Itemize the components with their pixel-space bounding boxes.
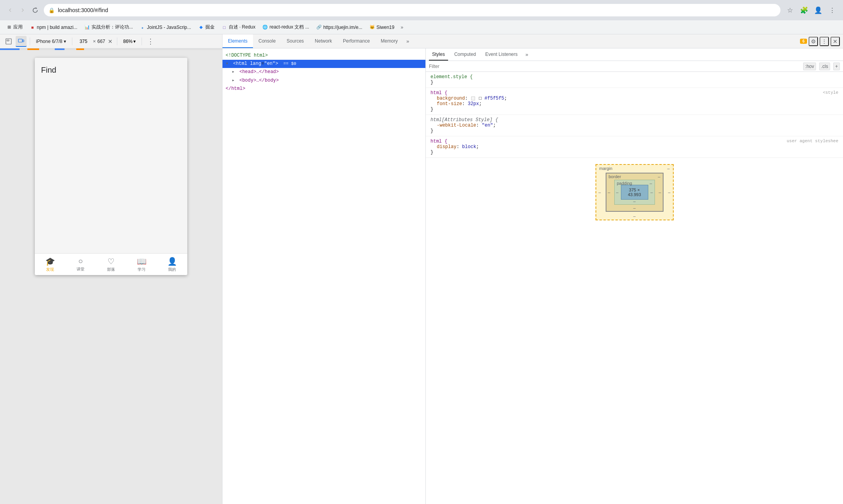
tab-console[interactable]: Console	[253, 34, 281, 48]
devtools-header: Elements Console Sources Network Perform…	[222, 34, 843, 48]
styles-more-tabs-button[interactable]: »	[524, 52, 530, 57]
bookmark-redux[interactable]: □ 自述 · Redux	[219, 22, 259, 32]
devtools-close-button[interactable]: ✕	[830, 37, 840, 46]
menu-button[interactable]: ⋮	[826, 4, 838, 16]
background-value: #f5f5f5	[484, 96, 504, 101]
html-lang-attr: lang	[250, 61, 261, 66]
html-close-tag: </html>	[226, 86, 245, 91]
dimensions-display: × 667 ✕	[75, 38, 114, 45]
nav-tab-me[interactable]: 👤 我的	[157, 254, 187, 275]
devtools-content: <!DOCTYPE html> <html lang="en"> == $0 <…	[222, 48, 843, 504]
html-close-line[interactable]: </html>	[222, 85, 425, 93]
learn-label: 学习	[138, 267, 145, 272]
padding-dash: –	[649, 181, 652, 186]
border-dash: –	[658, 174, 660, 179]
styles-header: Styles Computed Event Listeners »	[426, 48, 843, 61]
nav-tab-discover[interactable]: 🎓 发现	[35, 254, 65, 275]
address-bar[interactable]: 🔒 localhost:3000/#/find	[44, 4, 780, 16]
apps-favicon: ⊞	[6, 25, 12, 30]
doctype-text: <!DOCTYPE html>	[226, 53, 268, 58]
bookmark-juejin[interactable]: ◆ 掘金	[195, 22, 218, 32]
forward-button[interactable]	[17, 5, 28, 16]
styles-tab-computed[interactable]: Computed	[451, 48, 479, 61]
add-style-button[interactable]: +	[833, 63, 840, 70]
device-selector[interactable]: iPhone 6/7/8 ▾	[33, 37, 69, 46]
border-left-val: –	[608, 190, 610, 195]
more-bookmarks-button[interactable]: »	[398, 23, 406, 32]
styles-tab-event-listeners[interactable]: Event Listeners	[482, 48, 521, 61]
bookmark-analysis-label: 实战分析：评论功...	[91, 24, 133, 30]
margin-bottom-val: –	[633, 214, 635, 218]
bookmark-juejin2[interactable]: 🔗 https://juejin.im/e...	[313, 23, 366, 32]
profile-button[interactable]: 👤	[812, 4, 824, 16]
tab-network[interactable]: Network	[309, 34, 337, 48]
html-doctype-line[interactable]: <!DOCTYPE html>	[222, 52, 425, 60]
box-model-diagram: margin – – – – border – – –	[595, 164, 674, 220]
html-ua-source[interactable]: user agent styleshee	[787, 139, 838, 143]
border-bottom-val: –	[633, 206, 635, 210]
react-redux-favicon: 🌐	[262, 25, 268, 30]
dom-badge-text: == $0	[283, 61, 296, 66]
reload-button[interactable]	[30, 5, 41, 16]
padding-box: padding – – – – 375 × 43.993	[614, 180, 655, 205]
device-label: iPhone 6/7/8	[36, 39, 62, 44]
display-prop-name: display	[430, 144, 456, 150]
clear-dimensions-button[interactable]: ✕	[107, 38, 114, 45]
devtools-more-button[interactable]: ⋮	[820, 37, 829, 46]
svg-rect-2	[18, 39, 22, 42]
html-expand-arrow[interactable]	[226, 60, 230, 68]
responsive-more-button[interactable]: ⋮	[145, 36, 156, 47]
tab-memory[interactable]: Memory	[375, 34, 403, 48]
style-rule-html-attr: html[Attributes Style] { -webkit-Locale:…	[426, 115, 843, 136]
styles-filter-input[interactable]	[429, 64, 800, 69]
devtools-settings-button[interactable]: ⚙	[809, 37, 818, 46]
bookmark-analysis[interactable]: 📊 实战分析：评论功...	[81, 22, 136, 32]
bookmark-siwen-label: Siwen19	[377, 25, 395, 30]
url-text: localhost:3000/#/find	[58, 7, 108, 13]
hov-filter-button[interactable]: :hov	[803, 63, 816, 70]
me-icon: 👤	[167, 257, 177, 266]
svg-rect-3	[23, 40, 24, 42]
html-rule-source[interactable]: <style	[823, 90, 838, 95]
html-body-line[interactable]: <body>…</body>	[222, 77, 425, 85]
styles-tab-styles[interactable]: Styles	[429, 48, 448, 61]
bookmark-apps-label: 应用	[13, 24, 23, 30]
font-size-value: 32px	[468, 101, 479, 107]
html-rule-close: }	[430, 107, 433, 112]
devtools-more-tabs-button[interactable]: »	[403, 34, 412, 48]
cls-filter-button[interactable]: .cls	[819, 63, 830, 70]
nav-tab-blog[interactable]: ♡ 部落	[96, 254, 126, 275]
extensions-button[interactable]: 🧩	[798, 4, 810, 16]
background-swatch[interactable]	[471, 97, 475, 100]
lecture-label: 讲堂	[77, 266, 84, 272]
bookmark-npm[interactable]: ■ npm | build amazi...	[27, 23, 81, 32]
tab-performance[interactable]: Performance	[337, 34, 375, 48]
responsive-mode-button[interactable]	[16, 36, 27, 47]
devtools-responsive-toolbar: iPhone 6/7/8 ▾ × 667 ✕ 86% ▾ ⋮	[0, 34, 222, 48]
inspect-element-button[interactable]	[3, 36, 14, 47]
bookmark-apps[interactable]: ⊞ 应用	[3, 22, 26, 32]
padding-right-val: –	[650, 190, 653, 195]
bookmark-button[interactable]: ☆	[784, 4, 796, 16]
bookmark-react-redux[interactable]: 🌐 react-redux 文档 ...	[259, 22, 312, 32]
zoom-selector[interactable]: 86% ▾	[120, 37, 138, 46]
margin-dash-top: –	[667, 166, 669, 171]
head-expand-arrow[interactable]	[232, 68, 237, 76]
devtools-panel: Elements Console Sources Network Perform…	[222, 34, 843, 504]
back-button[interactable]	[5, 5, 16, 16]
nav-tab-lecture[interactable]: ○ 讲堂	[65, 254, 96, 274]
content-dimensions: 375 × 43.993	[628, 188, 641, 197]
body-expand-arrow[interactable]	[232, 77, 237, 84]
html-root-line[interactable]: <html lang="en"> == $0	[222, 60, 425, 68]
width-input[interactable]	[75, 39, 91, 44]
nav-tab-learn[interactable]: 📖 学习	[126, 254, 157, 275]
bookmark-jointjs[interactable]: ⬥ JointJS - JavaScrip...	[137, 23, 194, 32]
html-head-line[interactable]: <head>…</head>	[222, 68, 425, 76]
bookmark-siwen[interactable]: 🐱 Siwen19	[366, 23, 398, 32]
phone-container: Find 🎓 发现 ○ 讲堂 ♡	[0, 50, 222, 504]
tab-sources[interactable]: Sources	[281, 34, 309, 48]
tab-elements[interactable]: Elements	[222, 34, 253, 48]
bookmarks-bar: ⊞ 应用 ■ npm | build amazi... 📊 实战分析：评论功..…	[0, 20, 843, 34]
analysis-favicon: 📊	[84, 25, 90, 30]
toolbar-divider-2	[72, 38, 72, 45]
